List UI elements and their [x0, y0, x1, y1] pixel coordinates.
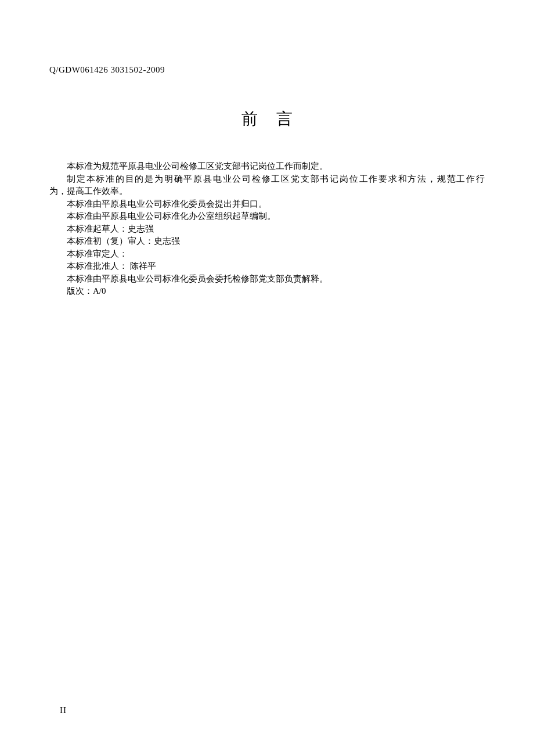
paragraph-objective-line2: 为，提高工作效率。 [49, 185, 485, 198]
preface-content: 本标准为规范平原县电业公司检修工区党支部书记岗位工作而制定。 制定本标准的目的是… [49, 160, 485, 298]
paragraph-reviewer: 本标准初（复）审人：史志强 [49, 235, 485, 248]
paragraph-drafter: 本标准起草人：史志强 [49, 223, 485, 236]
paragraph-committee: 本标准由平原县电业公司标准化委员会提出并归口。 [49, 198, 485, 211]
paragraph-interpreter: 本标准由平原县电业公司标准化委员会委托检修部党支部负责解释。 [49, 273, 485, 286]
section-title: 前言 [0, 108, 534, 130]
document-code: Q/GDW061426 3031502-2009 [49, 65, 165, 75]
paragraph-purpose: 本标准为规范平原县电业公司检修工区党支部书记岗位工作而制定。 [49, 160, 485, 173]
paragraph-office: 本标准由平原县电业公司标准化办公室组织起草编制。 [49, 210, 485, 223]
paragraph-approver: 本标准批准人： 陈祥平 [49, 260, 485, 273]
paragraph-version: 版次：A/0 [49, 285, 485, 298]
page-number: II [60, 705, 67, 715]
paragraph-objective-line1: 制定本标准的目的是为明确平原县电业公司检修工区党支部书记岗位工作要求和方法，规范… [49, 173, 485, 186]
paragraph-finalizer: 本标准审定人： [49, 248, 485, 261]
